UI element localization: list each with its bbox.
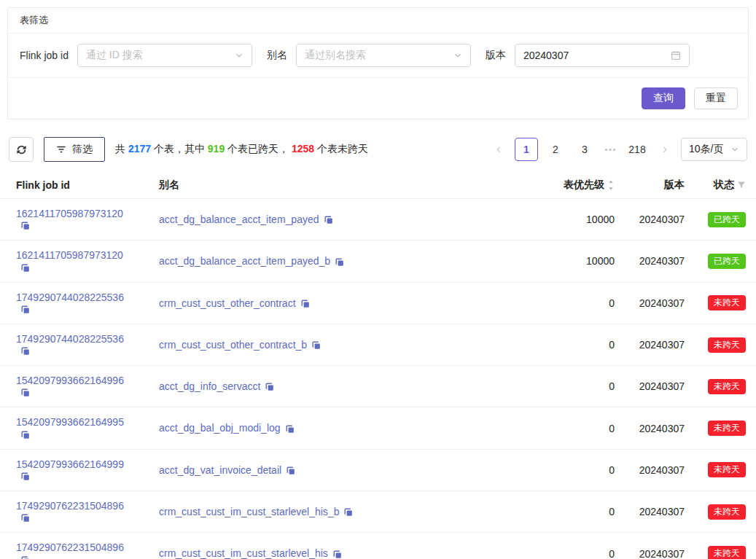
alias-link[interactable]: crm_cust_cust_other_contract_b: [159, 339, 307, 351]
alias-link[interactable]: acct_dg_balance_acct_item_payed_b: [159, 255, 330, 267]
query-button[interactable]: 查询: [642, 87, 685, 109]
copy-icon[interactable]: [20, 472, 31, 482]
priority-cell: 10000: [511, 199, 620, 241]
refresh-button[interactable]: [9, 137, 34, 162]
copy-icon[interactable]: [20, 305, 31, 315]
version-cell: 20240307: [620, 366, 690, 407]
copy-icon[interactable]: [20, 346, 31, 356]
refresh-icon: [16, 144, 27, 155]
reset-button[interactable]: 重置: [694, 87, 738, 109]
priority-cell: 0: [511, 449, 620, 490]
copy-icon[interactable]: [300, 299, 311, 309]
version-cell: 20240307: [620, 491, 690, 533]
flink-job-id-link[interactable]: 1621411705987973120: [16, 249, 123, 261]
priority-cell: 0: [511, 407, 620, 449]
version-cell: 20240307: [620, 449, 690, 490]
page-button-2[interactable]: 2: [544, 138, 567, 161]
copy-icon[interactable]: [20, 263, 31, 273]
status-badge: 未跨天: [708, 295, 746, 310]
next-page-button[interactable]: ›: [655, 138, 675, 161]
copy-icon[interactable]: [20, 388, 31, 398]
priority-cell: 0: [511, 282, 620, 324]
table-row: 1621411705987973120 acct_dg_balance_acct…: [0, 199, 756, 241]
flink-job-id-link[interactable]: 1749290762231504896: [16, 500, 124, 512]
copy-icon[interactable]: [335, 257, 345, 267]
table-row: 1542097993662164996 acct_dg_info_servacc…: [0, 366, 756, 407]
status-badge: 未跨天: [708, 546, 746, 559]
flink-job-id-label: Flink job id: [20, 50, 69, 61]
priority-cell: 0: [511, 491, 620, 533]
copy-icon[interactable]: [311, 340, 322, 351]
alias-placeholder: 通过别名搜索: [305, 49, 366, 62]
table-row: 1542097993662164995 acct_dg_bal_obj_modi…: [0, 407, 756, 449]
alias-link[interactable]: acct_dg_info_servacct: [159, 380, 260, 392]
chevron-down-icon: [730, 145, 739, 154]
flink-job-id-field: Flink job id 通过 ID 搜索: [20, 44, 252, 67]
chevron-down-icon: [453, 51, 462, 60]
column-filter-icon[interactable]: [737, 181, 746, 189]
calendar-icon: [671, 50, 681, 60]
page-button-3[interactable]: 3: [573, 138, 596, 161]
flink-job-id-link[interactable]: 1749290744028225536: [16, 292, 124, 303]
flink-job-id-link[interactable]: 1542097993662164996: [16, 375, 124, 386]
summary-text: 共 2177 个表，其中 919 个表已跨天， 1258 个表未跨天: [115, 143, 368, 156]
col-priority-label: 表优先级: [564, 179, 604, 192]
page-button-1[interactable]: 1: [515, 138, 538, 161]
table-row: 1749290744028225536 crm_cust_cust_other_…: [0, 324, 756, 365]
flink-job-id-select[interactable]: 通过 ID 搜索: [77, 44, 252, 67]
priority-cell: 0: [511, 324, 620, 365]
summary-seg2: 个表已跨天，: [225, 143, 292, 155]
alias-field: 别名 通过别名搜索: [267, 44, 471, 67]
filter-card: 表筛选 Flink job id 通过 ID 搜索 别名 通过别名搜索 版本 2…: [7, 7, 749, 120]
sort-icon[interactable]: [607, 179, 615, 191]
status-badge: 已跨天: [708, 254, 746, 269]
flink-job-id-link[interactable]: 1542097993662164995: [16, 416, 124, 428]
summary-prefix: 共: [115, 143, 128, 155]
copy-icon[interactable]: [20, 555, 31, 559]
col-alias: 别名: [143, 172, 511, 199]
flink-job-id-link[interactable]: 1621411705987973120: [16, 208, 123, 219]
status-badge: 未跨天: [708, 504, 746, 520]
copy-icon[interactable]: [324, 215, 334, 225]
alias-link[interactable]: acct_dg_balance_acct_item_payed: [159, 214, 319, 225]
alias-link[interactable]: crm_cust_cust_im_cust_starlevel_his: [159, 547, 328, 559]
col-version: 版本: [620, 172, 690, 199]
version-date-value: 20240307: [523, 50, 569, 61]
version-label: 版本: [486, 49, 506, 62]
col-status-label: 状态: [714, 179, 734, 192]
copy-icon[interactable]: [20, 513, 31, 523]
alias-link[interactable]: acct_dg_bal_obj_modi_log: [159, 422, 281, 434]
alias-link[interactable]: acct_dg_vat_invoice_detail: [159, 464, 281, 476]
filter-toggle-button[interactable]: 筛选: [44, 137, 105, 162]
filter-card-title: 表筛选: [8, 8, 748, 34]
page-button-last[interactable]: 218: [626, 138, 649, 161]
version-cell: 20240307: [620, 533, 690, 559]
copy-icon[interactable]: [20, 430, 31, 440]
version-cell: 20240307: [620, 199, 690, 241]
table-row: 1542097993662164999 acct_dg_vat_invoice_…: [0, 449, 756, 490]
copy-icon[interactable]: [332, 550, 343, 559]
copy-icon[interactable]: [285, 424, 295, 434]
alias-label: 别名: [267, 49, 287, 62]
page-ellipsis[interactable]: •••: [602, 146, 620, 154]
col-flink-job-id: Flink job id: [0, 172, 143, 199]
page-size-select[interactable]: 10条/页: [681, 138, 747, 161]
version-date-input[interactable]: 20240307: [515, 44, 690, 67]
flink-job-id-link[interactable]: 1542097993662164999: [16, 458, 124, 470]
summary-seg1: 个表，其中: [151, 143, 208, 155]
flink-job-id-link[interactable]: 1749290744028225536: [16, 333, 124, 345]
alias-link[interactable]: crm_cust_cust_im_cust_starlevel_his_b: [159, 506, 339, 517]
version-cell: 20240307: [620, 324, 690, 365]
copy-icon[interactable]: [20, 221, 31, 231]
version-field: 版本 20240307: [486, 44, 690, 67]
copy-icon[interactable]: [343, 507, 354, 517]
copy-icon[interactable]: [265, 382, 275, 392]
status-badge: 已跨天: [708, 212, 746, 227]
alias-select[interactable]: 通过别名搜索: [296, 44, 471, 67]
status-badge: 未跨天: [708, 462, 746, 477]
copy-icon[interactable]: [286, 466, 296, 476]
flink-job-id-link[interactable]: 1749290762231504896: [16, 542, 124, 553]
alias-link[interactable]: crm_cust_cust_other_contract: [159, 297, 296, 309]
filter-lines-icon: [56, 144, 66, 155]
prev-page-button[interactable]: ‹: [488, 138, 509, 161]
